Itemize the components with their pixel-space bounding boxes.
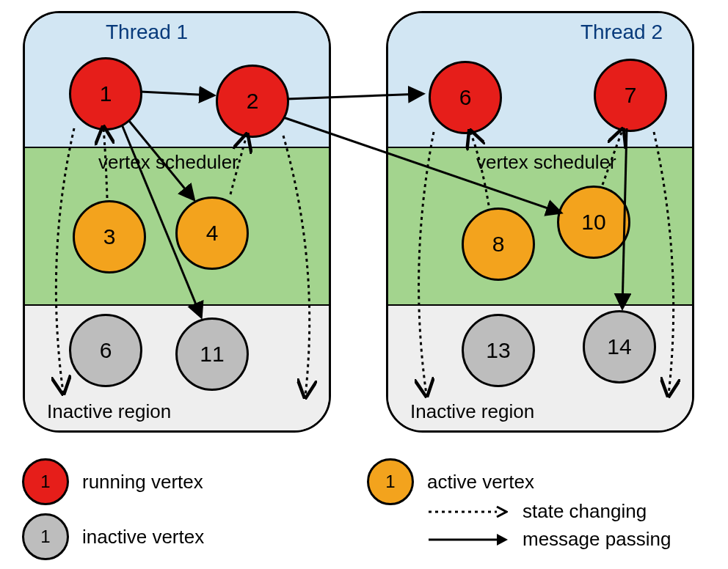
legend-message-passing: message passing <box>427 528 671 551</box>
legend-message-passing-label: message passing <box>523 528 671 551</box>
legend-active-icon: 1 <box>367 458 414 505</box>
legend-solid-arrow-icon <box>427 531 508 548</box>
thread-2-scheduler-label: vertex scheduler <box>476 151 616 174</box>
vertex-14: 14 <box>583 310 656 383</box>
legend-running-icon: 1 <box>22 458 69 505</box>
vertex-13: 13 <box>462 314 535 387</box>
thread-1-title: Thread 1 <box>106 21 188 44</box>
vertex-2: 2 <box>216 65 289 138</box>
legend-state-changing: state changing <box>427 500 647 523</box>
legend-dotted-arrow-icon <box>427 503 508 521</box>
thread-1-box: Thread 1 vertex scheduler Inactive regio… <box>23 11 331 433</box>
thread-2-box: Thread 2 vertex scheduler Inactive regio… <box>386 11 694 433</box>
legend-inactive: 1 inactive vertex <box>22 513 204 560</box>
vertex-4: 4 <box>175 197 249 270</box>
legend-running: 1 running vertex <box>22 458 203 505</box>
thread-1-scheduler-label: vertex scheduler <box>98 151 239 174</box>
vertex-7: 7 <box>594 59 667 132</box>
vertex-6-inactive-t1: 6 <box>69 314 142 387</box>
vertex-11: 11 <box>175 317 249 391</box>
legend-active: 1 active vertex <box>367 458 534 505</box>
legend-inactive-label: inactive vertex <box>82 526 204 548</box>
vertex-10: 10 <box>557 186 630 259</box>
vertex-1: 1 <box>69 57 142 131</box>
legend-state-changing-label: state changing <box>523 500 647 523</box>
legend-running-label: running vertex <box>82 471 203 493</box>
legend: 1 running vertex 1 inactive vertex 1 act… <box>22 455 697 565</box>
vertex-6: 6 <box>429 61 502 134</box>
diagram-canvas: Thread 1 vertex scheduler Inactive regio… <box>12 0 716 455</box>
thread-2-title: Thread 2 <box>580 21 663 44</box>
thread-2-inactive-label: Inactive region <box>410 400 534 423</box>
vertex-3: 3 <box>73 200 146 274</box>
thread-1-inactive-label: Inactive region <box>47 400 171 423</box>
legend-inactive-icon: 1 <box>22 513 69 560</box>
legend-active-label: active vertex <box>427 471 534 493</box>
vertex-8: 8 <box>462 208 535 281</box>
